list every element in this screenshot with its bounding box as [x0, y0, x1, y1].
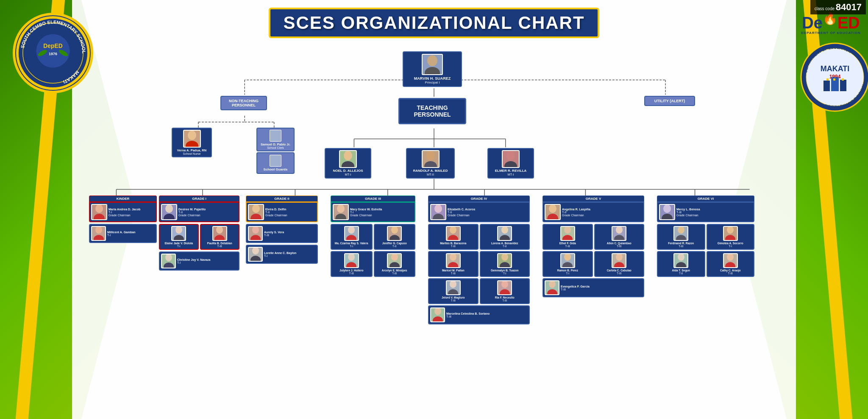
- grade4-chairman-photo: [430, 204, 446, 220]
- grade6-t1: Ferdinand R. RazonT-III: [657, 224, 705, 250]
- svg-point-126: [676, 262, 686, 267]
- grade5-chairman-photo: [545, 204, 561, 220]
- svg-point-90: [389, 262, 400, 267]
- svg-point-117: [549, 280, 556, 288]
- grade3-teachers-row1: Ma. Czarina Ray S. Valera T-I Jeniffer G…: [331, 224, 415, 250]
- svg-point-95: [501, 226, 508, 234]
- svg-point-86: [389, 235, 400, 240]
- grade4-teachers-row1: Marites B. BaracenaT-III Lorena A. Benav…: [428, 224, 530, 250]
- school-logo: SOUTH CEMBO ELEMENTARY SCHOOL MAKATI Dep…: [13, 13, 97, 98]
- svg-point-80: [250, 256, 261, 261]
- kinder-label: KINDER: [89, 196, 157, 202]
- grade4-section: GRADE IV Elizabeth C. Acoros T-II Grade …: [428, 196, 530, 324]
- svg-point-71: [216, 226, 223, 234]
- svg-point-62: [504, 161, 517, 167]
- svg-point-124: [725, 235, 735, 240]
- school-nurse-box: Verna A. Padua, RN School Nurse: [172, 128, 212, 157]
- mt3-name: ELMER R. REVILLA: [495, 169, 527, 173]
- kinder-t1-info: Millicent A. Gamban T-I: [107, 231, 136, 237]
- mt2-box: RANDOLF A. MAILED MT-II: [406, 148, 455, 179]
- svg-point-56: [186, 141, 198, 147]
- grade1-teachers-row1: Elaine Jade V. Diolola T-I Paulita B. De…: [159, 224, 239, 250]
- org-chart-wrapper: MARVIN H. SUAREZ Principal I NON-TEACHIN…: [81, 43, 787, 408]
- svg-point-122: [676, 235, 686, 240]
- svg-point-116: [614, 262, 624, 267]
- mt1-name: NOEL D. ALLEJOS: [333, 169, 363, 173]
- grade3-teachers-row2: Julytere J. Hollero T-III Arcelyn E. Mir…: [331, 251, 415, 277]
- deped-logo-text: De🔥ED: [796, 13, 866, 31]
- svg-point-75: [252, 204, 260, 213]
- header-area: SCES ORGANIZATIONAL CHART: [81, 4, 787, 41]
- svg-point-103: [501, 280, 508, 288]
- mt2-role: MT-II: [427, 173, 434, 176]
- deped-subtitle: DEPARTMENT OF EDUCATION: [796, 31, 866, 35]
- utility-box: UTILITY (ALERT): [644, 96, 695, 106]
- grade1-chairman-photo: [161, 204, 177, 220]
- svg-rect-15: [823, 81, 830, 91]
- svg-point-55: [188, 131, 196, 140]
- class-code-value: 84017: [836, 2, 862, 12]
- svg-point-58: [342, 161, 354, 167]
- grade3-chairman-row: Mary Grace W. Estrella T-I Grade Chairma…: [333, 204, 413, 220]
- grade3-section: GRADE III Mary Grace W. Estrella T-I Gra…: [331, 196, 415, 277]
- principal-role: Principal I: [425, 81, 440, 84]
- guards-label: School Guards: [261, 168, 290, 171]
- svg-point-97: [450, 253, 456, 261]
- grade3-chairman-info: Mary Grace W. Estrella T-I Grade Chairma…: [350, 208, 382, 217]
- clerk-role: School Clerk: [267, 146, 284, 149]
- svg-point-96: [500, 235, 510, 240]
- class-code: class code 84017: [810, 0, 866, 14]
- grade6-t3: Aida T. SegunT-II: [657, 251, 705, 277]
- svg-point-73: [165, 254, 172, 261]
- grade6-chairman-photo: [659, 204, 675, 220]
- grade6-t2: Gimotea A. SocorroT-I: [707, 224, 755, 250]
- svg-point-114: [562, 262, 573, 267]
- svg-point-4: [36, 34, 70, 68]
- svg-text:DepED: DepED: [43, 42, 62, 49]
- svg-point-105: [434, 307, 441, 315]
- grade2-label: GRADE II: [246, 196, 318, 202]
- principal-box: MARVIN H. SUAREZ Principal I: [403, 51, 462, 87]
- svg-point-123: [727, 226, 734, 234]
- svg-point-109: [564, 226, 571, 234]
- kinder-chairman-row: Maria Andrea D. Jacob T-I Grade Chairman: [91, 204, 155, 220]
- svg-point-70: [174, 235, 184, 240]
- svg-point-85: [391, 226, 398, 234]
- svg-point-104: [500, 289, 510, 294]
- grade4-label: GRADE IV: [428, 196, 530, 202]
- grade6-chairman-row: Mercy L. Benosa T-III Grade Chairman: [659, 204, 752, 220]
- grade5-t2: Allen C. QuiambaoT-III: [594, 224, 645, 250]
- grade4-t3: Maricel M. PaitanT-III: [428, 251, 479, 277]
- grade5-teachers-row2: Ramon B. PerezT-I Carlota C. CabulaoT-II…: [542, 251, 644, 277]
- grade2-chairman-row: Elvira D. Delfin T-II Grade Chairman: [248, 204, 316, 220]
- grade4-chairman-info: Elizabeth C. Acoros T-II Grade Chairman: [448, 208, 475, 217]
- svg-point-87: [348, 253, 355, 261]
- grade1-section: GRADE I Desiree M. Pajarillo T-II Grade …: [159, 196, 239, 271]
- svg-point-118: [547, 289, 557, 294]
- title-box: SCES ORGANIZATIONAL CHART: [269, 8, 599, 38]
- utility-label: UTILITY (ALERT): [644, 96, 695, 106]
- grade4-teachers-row3: Jelord V. MagturoT-III Ria F. NecesitoT-…: [428, 278, 530, 304]
- page-title: SCES ORGANIZATIONAL CHART: [279, 13, 589, 33]
- grade5-t1: Ethel F. GidaT-III: [542, 224, 593, 250]
- svg-rect-19: [833, 78, 835, 81]
- grade6-chairman-info: Mercy L. Benosa T-III Grade Chairman: [676, 208, 700, 217]
- non-teaching-label: NON-TEACHING PERSONNEL: [220, 96, 267, 110]
- grade4-t4: Gemmalyn B. TuazonT-I: [480, 251, 530, 277]
- grade3-chairman-photo: [333, 204, 349, 220]
- svg-point-61: [506, 151, 515, 160]
- svg-point-74: [164, 263, 174, 268]
- dep-text: De: [802, 14, 823, 32]
- svg-point-100: [500, 262, 510, 267]
- svg-point-54: [425, 67, 440, 74]
- grade2-chairman-photo: [248, 204, 264, 220]
- svg-text:MAKATI: MAKATI: [821, 64, 850, 73]
- grade2-t1: Aurely S. Vera T-III: [246, 224, 318, 243]
- svg-point-78: [250, 235, 261, 240]
- kinder-teacher1: Millicent A. Gamban T-I: [89, 224, 157, 243]
- mt1-box: NOEL D. ALLEJOS MT-I: [325, 148, 371, 179]
- grade5-chairman-info: Angelina R. Laspiña T-II Grade Chairman: [562, 208, 590, 217]
- mt3-role: MT-I: [508, 173, 514, 176]
- grade5-t5: Evangelica P. Garcia T-III: [542, 278, 644, 297]
- mt2-photo: [422, 150, 440, 168]
